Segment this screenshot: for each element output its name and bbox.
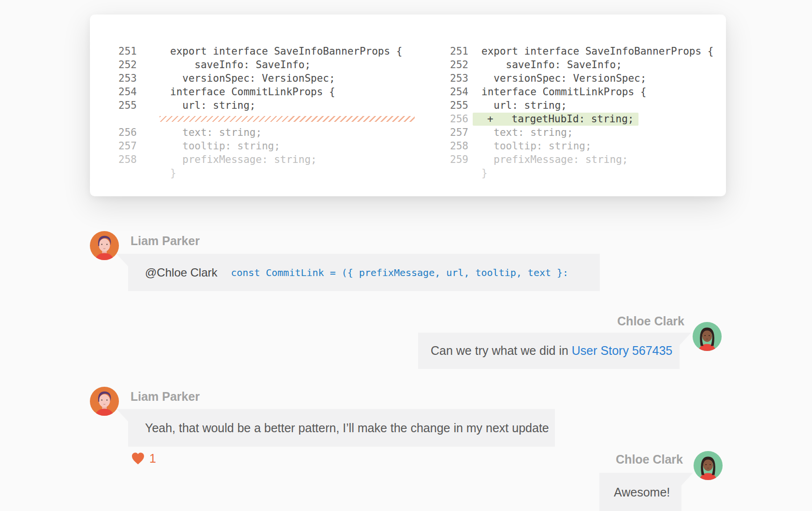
avatar-liam[interactable]: [89, 386, 119, 416]
avatar-chloe[interactable]: [693, 451, 723, 481]
avatar-liam[interactable]: [89, 231, 119, 261]
diff-line: }: [114, 166, 415, 180]
avatar-chloe[interactable]: [692, 321, 722, 351]
diff-line: }: [445, 166, 713, 180]
reaction-count: 1: [149, 452, 156, 466]
code-text: prefixMessage: string;: [481, 154, 628, 165]
line-number: 251: [445, 45, 468, 57]
line-number: 252: [114, 59, 137, 71]
line-number: 257: [114, 140, 137, 152]
diff-line: 259 prefixMessage: string;: [445, 153, 713, 166]
code-text: }: [481, 167, 488, 179]
heart-icon: [131, 452, 145, 465]
line-number: 258: [114, 154, 137, 165]
line-number: 255: [445, 100, 468, 111]
line-number: 253: [114, 73, 137, 84]
diff-line: 251 export interface SaveInfoBannerProps…: [445, 44, 713, 58]
code-text: text: string;: [170, 127, 262, 138]
line-number: 254: [114, 86, 137, 98]
chloe-avatar-illustration: [693, 451, 723, 481]
mention-chloe[interactable]: @Chloe Clark: [145, 266, 218, 279]
message-text: Can we try what we did in User Story 567…: [431, 344, 672, 358]
heart-reaction[interactable]: 1: [131, 452, 156, 466]
diff-line: 255 url: string;: [445, 99, 713, 112]
line-number: 258: [445, 140, 468, 152]
message-text-plain: Can we try what we did in: [431, 344, 572, 357]
liam-avatar-illustration: [89, 386, 119, 416]
diff-line: 254 interface CommitLinkProps {: [114, 85, 415, 99]
line-number: 259: [445, 154, 468, 165]
code-text: tooltip: string;: [170, 140, 280, 152]
line-number: 252: [445, 59, 468, 71]
diff-line: 256 text: string;: [114, 126, 415, 139]
diff-line-changed-placeholder: [114, 112, 415, 126]
code-text: interface CommitLinkProps {: [170, 86, 335, 98]
message-bubble: Yeah, that would be a better pattern, I’…: [128, 409, 555, 447]
code-text: prefixMessage: string;: [170, 154, 317, 165]
code-text: saveInfo: SaveInfo;: [170, 59, 311, 71]
bubble-tail: [116, 409, 128, 422]
liam-avatar-illustration: [89, 231, 119, 261]
diff-panel-original: 251 export interface SaveInfoBannerProps…: [114, 44, 415, 180]
message-bubble: @Chloe Clark const CommitLink = ({ prefi…: [128, 254, 600, 291]
diff-line: 253 versionSpec: VersionSpec;: [114, 72, 415, 85]
diff-panel-modified: 251 export interface SaveInfoBannerProps…: [445, 44, 713, 180]
code-diff-card: 251 export interface SaveInfoBannerProps…: [90, 15, 726, 196]
code-text: export interface SaveInfoBannerProps {: [170, 45, 402, 57]
line-number: 253: [445, 73, 468, 84]
inline-code-snippet: const CommitLink = ({ prefixMessage, url…: [231, 267, 568, 278]
code-text: versionSpec: VersionSpec;: [170, 73, 335, 84]
line-number: 251: [114, 45, 137, 57]
message-bubble: Awesome!: [599, 473, 682, 511]
changed-region-hatch: [160, 116, 415, 122]
code-text: versionSpec: VersionSpec;: [481, 73, 646, 84]
line-number: 257: [445, 127, 468, 138]
line-number: 254: [445, 86, 468, 98]
code-text: interface CommitLinkProps {: [481, 86, 646, 98]
message-text: Awesome!: [614, 485, 670, 499]
code-text: text: string;: [481, 127, 573, 138]
line-number: 255: [114, 100, 137, 111]
diff-line-added: 256 + targetHubId: string;: [445, 112, 713, 126]
code-text: export interface SaveInfoBannerProps {: [481, 45, 713, 57]
diff-line: 257 tooltip: string;: [114, 139, 415, 153]
diff-line: 252 saveInfo: SaveInfo;: [114, 58, 415, 72]
message-bubble: Can we try what we did in User Story 567…: [418, 333, 680, 369]
bubble-tail: [682, 473, 693, 485]
diff-line: 257 text: string;: [445, 126, 713, 139]
message-author: Chloe Clark: [616, 453, 683, 467]
diff-line: 253 versionSpec: VersionSpec;: [445, 72, 713, 85]
code-text: tooltip: string;: [481, 140, 592, 152]
diff-line: 255 url: string;: [114, 99, 415, 112]
line-number: 256: [445, 113, 468, 125]
chloe-avatar-illustration: [692, 321, 722, 351]
diff-line: 258 tooltip: string;: [445, 139, 713, 153]
code-text: url: string;: [170, 100, 256, 111]
bubble-tail: [116, 254, 128, 266]
code-text: }: [170, 167, 176, 179]
diff-line: 252 saveInfo: SaveInfo;: [445, 58, 713, 72]
line-number: 256: [114, 127, 137, 138]
message-author: Liam Parker: [130, 390, 200, 404]
message-author: Liam Parker: [130, 234, 200, 248]
message-text: Yeah, that would be a better pattern, I’…: [145, 421, 549, 435]
diff-line: 254 interface CommitLinkProps {: [445, 85, 713, 99]
code-text: url: string;: [481, 100, 567, 111]
message-author: Chloe Clark: [617, 314, 684, 328]
diff-line: 251 export interface SaveInfoBannerProps…: [114, 44, 415, 58]
bubble-tail: [680, 333, 691, 345]
diff-line: 258 prefixMessage: string;: [114, 153, 415, 166]
added-code-text: + targetHubId: string;: [473, 113, 638, 126]
code-text: saveInfo: SaveInfo;: [481, 59, 622, 71]
user-story-link[interactable]: User Story 567435: [572, 344, 672, 357]
